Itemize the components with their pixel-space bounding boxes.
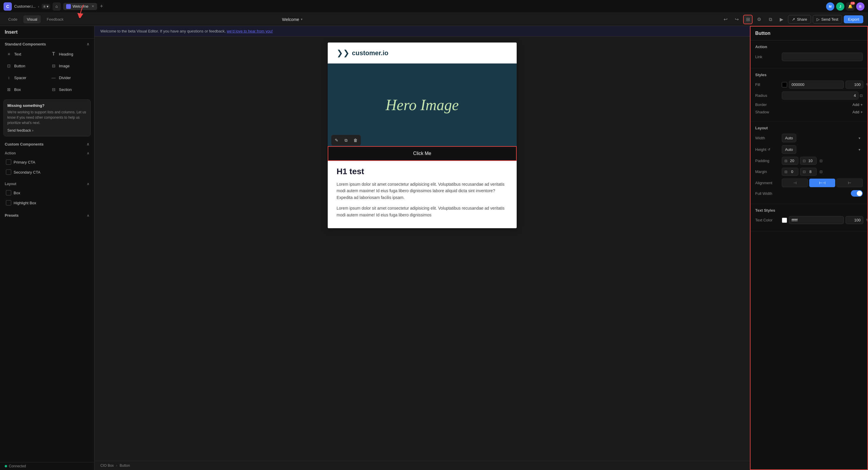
text-color-swatch[interactable]: [782, 218, 787, 223]
add-tab-button[interactable]: +: [100, 3, 103, 9]
sliders-button[interactable]: ⧉: [766, 15, 775, 24]
height-select[interactable]: Auto: [782, 145, 796, 154]
tab-code[interactable]: Code: [5, 15, 21, 23]
radius-input[interactable]: [782, 92, 859, 99]
edit-tool-button[interactable]: ✎: [333, 136, 341, 144]
text-color-group: %: [782, 216, 868, 224]
custom-collapse-icon[interactable]: ∧: [87, 142, 89, 147]
component-heading[interactable]: T Heading: [48, 49, 92, 59]
border-label: Border: [755, 102, 782, 107]
send-feedback-link[interactable]: Send feedback ›: [7, 128, 87, 132]
custom-highlight-box[interactable]: Highlight Box: [3, 198, 91, 208]
copy-tool-button[interactable]: ⧉: [342, 136, 350, 144]
custom-box-icon: [6, 190, 11, 195]
padding-left-input[interactable]: [788, 159, 796, 163]
share-button[interactable]: ↗ Share: [788, 15, 811, 24]
link-input[interactable]: [782, 53, 863, 61]
secondary-cta-icon: [6, 169, 11, 175]
padding-group: ⊟ ⊡ ⊡: [782, 157, 863, 165]
margin-expand-icon[interactable]: ⊡: [819, 170, 823, 174]
welcome-tab[interactable]: Welcome ✕: [63, 3, 97, 10]
component-text[interactable]: ≡ Text: [3, 49, 46, 59]
save-button[interactable]: ⊞: [743, 15, 752, 24]
send-test-button[interactable]: ▷ Send Test: [813, 15, 842, 24]
component-image[interactable]: ⊟ Image: [48, 61, 92, 71]
app-logo[interactable]: C: [4, 2, 12, 11]
tab-visual[interactable]: Visual: [23, 15, 41, 23]
align-left-button[interactable]: ⊣: [782, 179, 808, 187]
primary-cta-icon: [6, 159, 11, 165]
align-right-button[interactable]: ⊢: [836, 179, 863, 187]
component-spacer[interactable]: ↕ Spacer: [3, 72, 46, 83]
undo-button[interactable]: ↩: [721, 15, 730, 24]
action-subsection: Action ∧ Primary CTA Secondary CTA: [0, 149, 94, 180]
notifications-button[interactable]: 🔔 19: [846, 2, 855, 11]
custom-box[interactable]: Box: [3, 188, 91, 198]
tab-feedback[interactable]: Feedback: [43, 15, 67, 23]
breadcrumb-item-cio-box[interactable]: CIO Box: [100, 464, 114, 468]
click-me-button[interactable]: Click Me: [328, 147, 516, 160]
add-shadow-button[interactable]: Add +: [852, 110, 863, 114]
fill-color-input[interactable]: [789, 81, 844, 89]
highlight-box-icon: [6, 200, 11, 206]
redo-button[interactable]: ↪: [732, 15, 741, 24]
nav-group[interactable]: ≡ ▾: [42, 4, 50, 9]
share-icon: ↗: [792, 17, 795, 22]
padding-right-input[interactable]: [807, 159, 814, 163]
component-box[interactable]: ⊠ Box: [3, 84, 46, 95]
canvas-area: Welcome to the beta Visual Editor. If yo…: [94, 26, 750, 470]
full-width-row: Full Width: [755, 190, 863, 197]
text-opacity-input[interactable]: [845, 216, 863, 224]
breadcrumb-separator: ›: [116, 464, 117, 468]
text-icon: ≡: [6, 51, 12, 57]
standard-collapse-icon[interactable]: ∧: [87, 42, 89, 46]
text-color-input[interactable]: [789, 216, 844, 224]
radius-expand-icon[interactable]: ⊡: [860, 94, 863, 98]
fill-opacity-input[interactable]: [845, 81, 863, 89]
avatar-j: J: [836, 2, 844, 11]
margin-left-input[interactable]: [788, 169, 796, 174]
margin-vertical-icon: ⊡: [803, 170, 806, 174]
spacer-label: Spacer: [14, 75, 26, 80]
layout-subsection-header: Layout ∧: [3, 180, 91, 188]
preview-button[interactable]: ▶: [777, 15, 786, 24]
tab-close-icon[interactable]: ✕: [92, 4, 94, 8]
panel-text-styles-section: Text Styles Text Color %: [750, 204, 867, 231]
action-section-title: Action: [755, 44, 863, 49]
heading-label: Heading: [59, 52, 73, 56]
presets-collapse-icon[interactable]: ∧: [87, 214, 89, 218]
component-button[interactable]: ⊡ Button: [3, 61, 46, 71]
width-select[interactable]: Auto: [782, 134, 796, 142]
height-refresh-icon[interactable]: ↺: [768, 148, 770, 152]
settings-button[interactable]: ⚙: [754, 15, 764, 24]
panel-styles-section: Styles Fill % Radius ⊡ Border: [750, 68, 867, 122]
action-collapse-icon[interactable]: ∧: [87, 151, 89, 155]
text-styles-title: Text Styles: [755, 208, 863, 213]
topbar: C Customer.i... ‹ ≡ ▾ ⌂ Welcome ✕ + M J …: [0, 0, 868, 13]
home-button[interactable]: ⌂: [53, 2, 61, 11]
component-section[interactable]: ⊟ Section: [48, 84, 92, 95]
radius-row: Radius ⊡: [755, 92, 863, 99]
custom-primary-cta[interactable]: Primary CTA: [3, 157, 91, 167]
layout-collapse-icon[interactable]: ∧: [87, 182, 89, 186]
full-width-toggle[interactable]: [851, 190, 863, 197]
export-button[interactable]: Export: [844, 15, 863, 23]
delete-tool-button[interactable]: 🗑: [351, 136, 360, 144]
cio-logo-icon: ❯❯: [337, 49, 349, 58]
breadcrumb-item-button[interactable]: Button: [120, 464, 130, 468]
feedback-chevron-icon: ›: [32, 128, 33, 132]
padding-expand-icon[interactable]: ⊡: [819, 159, 823, 163]
sidebar-header: Insert: [0, 26, 94, 39]
add-border-button[interactable]: Add +: [852, 102, 863, 107]
banner-link[interactable]: we'd love to hear from you!: [227, 29, 273, 33]
add-shadow-label: Add: [852, 110, 859, 114]
fill-color-swatch[interactable]: [782, 82, 787, 87]
margin-right-input[interactable]: [807, 169, 814, 174]
document-title[interactable]: Welcome ▾: [282, 17, 303, 22]
custom-secondary-cta[interactable]: Secondary CTA: [3, 167, 91, 177]
align-center-button[interactable]: ⊢⊣: [809, 179, 836, 187]
shadow-row: Shadow Add +: [755, 110, 863, 114]
canvas-scroll[interactable]: ❯❯ customer.io Hero Image ✎ ⧉ 🗑 Click Me: [94, 37, 750, 461]
fill-color-group: %: [782, 81, 868, 89]
component-divider[interactable]: — Divider: [48, 72, 92, 83]
